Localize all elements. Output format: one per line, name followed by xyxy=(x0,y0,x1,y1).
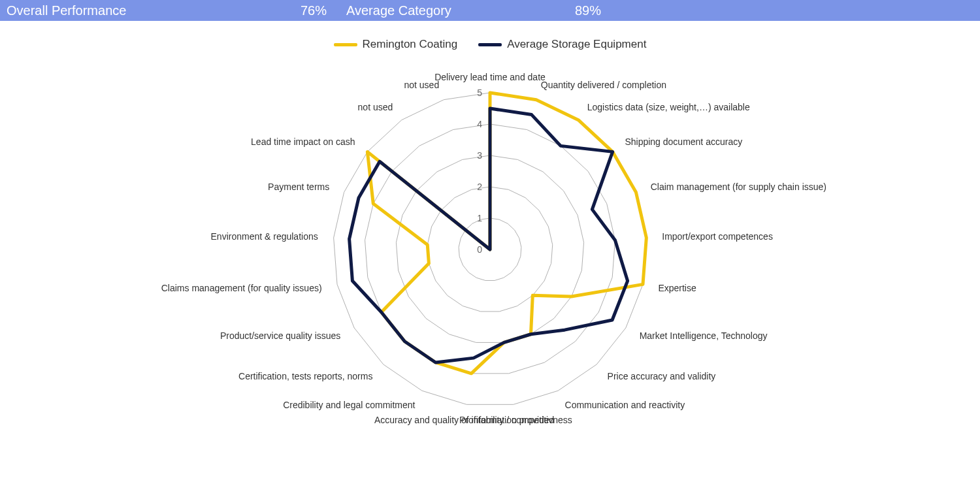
svg-text:2: 2 xyxy=(477,182,482,192)
average-category-label: Average Category xyxy=(340,3,568,18)
axis-label: not used xyxy=(358,102,393,112)
axis-label: Credibility and legal commitment xyxy=(283,400,415,410)
axis-label: Market Intelligence, Technology xyxy=(640,330,768,341)
chart-legend: Remington Coating Average Storage Equipm… xyxy=(0,21,980,56)
legend-item-average: Average Storage Equipment xyxy=(478,38,646,51)
svg-text:1: 1 xyxy=(477,213,482,223)
axis-label: Certification, tests reports, norms xyxy=(238,371,372,381)
axis-label: not used xyxy=(404,80,439,90)
overall-performance-label: Overall Performance xyxy=(0,3,294,18)
axis-label: Shipping document accuracy xyxy=(625,137,742,147)
legend-item-remington: Remington Coating xyxy=(334,38,458,51)
axis-label: Claims management (for quality issues) xyxy=(161,283,322,293)
radar-chart: 012345 Delivery lead time and dateQuanti… xyxy=(0,54,980,472)
svg-text:3: 3 xyxy=(477,150,482,161)
metrics-banner: Overall Performance 76% Average Category… xyxy=(0,0,980,21)
svg-text:5: 5 xyxy=(477,88,482,98)
legend-label-b: Average Storage Equipment xyxy=(507,38,646,51)
axis-label: Quantity delivered / completion xyxy=(541,80,666,90)
axis-label: Payment terms xyxy=(268,182,329,192)
legend-label-a: Remington Coating xyxy=(363,38,458,51)
axis-label: Price accuracy and validity xyxy=(608,371,716,381)
axis-label: Lead time impact on cash xyxy=(251,137,355,147)
axis-label: Import/export competences xyxy=(662,231,773,242)
axis-label: Claim management (for supply chain issue… xyxy=(651,182,826,192)
svg-text:4: 4 xyxy=(477,119,482,129)
legend-swatch-b xyxy=(478,43,502,46)
axis-label: Accuracy and quality of information prov… xyxy=(374,415,554,425)
legend-swatch-a xyxy=(334,43,357,46)
average-category-value: 89% xyxy=(568,3,614,18)
overall-performance-value: 76% xyxy=(294,3,340,18)
axis-label: Product/service quality issues xyxy=(220,330,340,341)
svg-text:0: 0 xyxy=(477,244,482,255)
axis-label: Delivery lead time and date xyxy=(434,72,546,82)
axis-label: Communication and reactivity xyxy=(565,400,685,410)
axis-label: Logistics data (size, weight,…) availabl… xyxy=(587,102,750,112)
axis-label: Environment & regulations xyxy=(211,231,318,242)
axis-label: Expertise xyxy=(658,283,696,293)
